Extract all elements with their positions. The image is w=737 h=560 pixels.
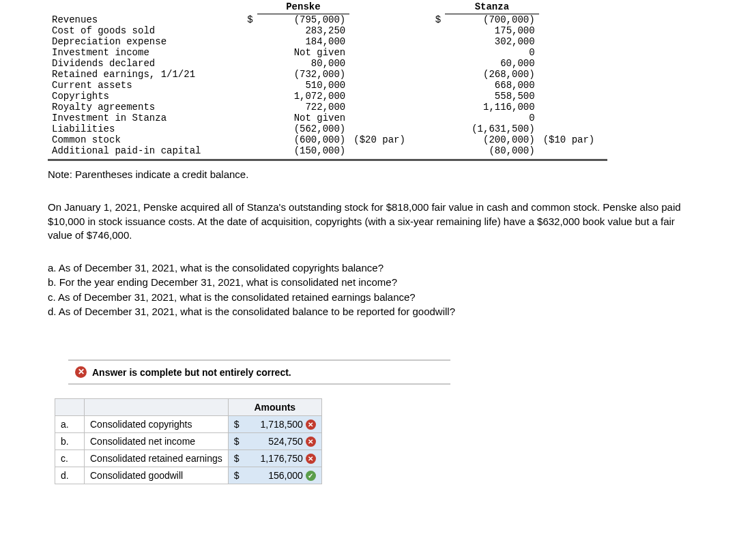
answers-table: Amounts a.Consolidated copyrights$1,718,… [55, 398, 322, 484]
row-label: Royalty agreements [48, 102, 230, 113]
answer-amount: 524,750 [242, 436, 303, 447]
answer-label: Consolidated goodwill [85, 467, 229, 484]
feedback-message-bar: ✕ Answer is complete but not entirely co… [68, 359, 450, 385]
question-c: c. As of December 31, 2021, what is the … [48, 291, 689, 304]
penske-value: (562,000) [257, 123, 350, 134]
stanza-value: 558,500 [445, 91, 539, 102]
penske-value: 80,000 [257, 58, 350, 69]
row-label: Dividends declared [48, 58, 230, 69]
answer-amount-cell[interactable]: $524,750✕ [228, 433, 321, 450]
table-row: Investment in StanzaNot given0 [48, 113, 607, 123]
row-label: Copyrights [48, 91, 230, 102]
stanza-value: 302,000 [445, 36, 539, 47]
penske-value: (732,000) [257, 69, 350, 80]
feedback-message-text: Answer is complete but not entirely corr… [92, 367, 291, 378]
error-icon: ✕ [75, 366, 87, 378]
table-row: Additional paid-in capital(150,000)(80,0… [48, 145, 607, 156]
table-row: Dividends declared80,00060,000 [48, 58, 607, 69]
answer-amount: 1,176,750 [242, 453, 303, 464]
stanza-value: (80,000) [445, 145, 539, 156]
question-d: d. As of December 31, 2021, what is the … [48, 305, 689, 319]
penske-value: 722,000 [257, 102, 350, 113]
penske-value: 184,000 [257, 36, 350, 47]
financial-data-table: Penske Stanza Revenues$(795,000)$(700,00… [48, 0, 607, 156]
credit-balance-note: Note: Parentheses indicate a credit bala… [48, 168, 689, 181]
x-icon: ✕ [306, 437, 316, 447]
answer-amount-cell[interactable]: $1,718,500✕ [228, 416, 321, 433]
row-label: Depreciation expense [48, 36, 230, 47]
table-row: Revenues$(795,000)$(700,000) [48, 14, 607, 26]
row-label: Revenues [48, 14, 230, 26]
answer-row: d.Consolidated goodwill$156,000✓ [55, 467, 322, 484]
penske-value: (795,000) [257, 14, 350, 26]
stanza-value: 175,000 [445, 25, 539, 36]
stanza-value: (700,000) [445, 14, 539, 26]
row-label: Cost of goods sold [48, 25, 230, 36]
answer-row: b.Consolidated net income$524,750✕ [55, 433, 322, 450]
answer-amount-cell[interactable]: $1,176,750✕ [228, 450, 321, 467]
question-b: b. For the year ending December 31, 2021… [48, 276, 689, 289]
stanza-value: 0 [445, 113, 539, 123]
question-list: a. As of December 31, 2021, what is the … [48, 261, 689, 319]
answer-letter: b. [55, 433, 85, 450]
penske-value: (150,000) [257, 145, 350, 156]
answer-row: a.Consolidated copyrights$1,718,500✕ [55, 416, 322, 433]
feedback-panel: ✕ Answer is complete but not entirely co… [68, 359, 450, 484]
answer-letter: d. [55, 467, 85, 484]
answer-row: c.Consolidated retained earnings$1,176,7… [55, 450, 322, 467]
stanza-value: 1,116,000 [445, 102, 539, 113]
table-row: Royalty agreements722,0001,116,000 [48, 102, 607, 113]
table-row: Common stock(600,000)($20 par)(200,000)(… [48, 134, 607, 145]
row-label: Investment in Stanza [48, 113, 230, 123]
answer-label: Consolidated net income [85, 433, 229, 450]
row-label: Retained earnings, 1/1/21 [48, 69, 230, 80]
answer-letter: a. [55, 416, 85, 433]
penske-value: 510,000 [257, 80, 350, 91]
answer-amount-cell[interactable]: $156,000✓ [228, 467, 321, 484]
answer-amount: 156,000 [242, 470, 303, 481]
stanza-value: 60,000 [445, 58, 539, 69]
table-row: Retained earnings, 1/1/21(732,000)(268,0… [48, 69, 607, 80]
table-row: Depreciation expense184,000302,000 [48, 36, 607, 47]
answer-amount: 1,718,500 [242, 419, 303, 430]
stanza-value: 668,000 [445, 80, 539, 91]
penske-value: 1,072,000 [257, 91, 350, 102]
answer-label: Consolidated copyrights [85, 416, 229, 433]
penske-value: 283,250 [257, 25, 350, 36]
answer-label: Consolidated retained earnings [85, 450, 229, 467]
penske-value: Not given [257, 47, 350, 58]
column-header-penske: Penske [257, 0, 350, 14]
penske-value: Not given [257, 113, 350, 123]
table-row: Copyrights1,072,000558,500 [48, 91, 607, 102]
problem-paragraph: On January 1, 2021, Penske acquired all … [48, 201, 689, 242]
stanza-value: 0 [445, 47, 539, 58]
table-row: Investment incomeNot given0 [48, 47, 607, 58]
table-corner [55, 399, 85, 416]
table-row: Current assets510,000668,000 [48, 80, 607, 91]
answer-letter: c. [55, 450, 85, 467]
row-label: Current assets [48, 80, 230, 91]
row-label: Common stock [48, 134, 230, 145]
x-icon: ✕ [306, 454, 316, 464]
row-label: Liabilities [48, 123, 230, 134]
check-icon: ✓ [306, 471, 316, 481]
table-row: Cost of goods sold283,250175,000 [48, 25, 607, 36]
amounts-header: Amounts [228, 399, 321, 416]
stanza-value: (200,000) [445, 134, 539, 145]
column-header-stanza: Stanza [445, 0, 539, 14]
table-row: Liabilities(562,000)(1,631,500) [48, 123, 607, 134]
table-bottom-rule [48, 159, 607, 161]
penske-value: (600,000) [257, 134, 350, 145]
row-label: Additional paid-in capital [48, 145, 230, 156]
x-icon: ✕ [306, 419, 316, 430]
stanza-value: (268,000) [445, 69, 539, 80]
row-label: Investment income [48, 47, 230, 58]
question-a: a. As of December 31, 2021, what is the … [48, 261, 689, 275]
stanza-value: (1,631,500) [445, 123, 539, 134]
